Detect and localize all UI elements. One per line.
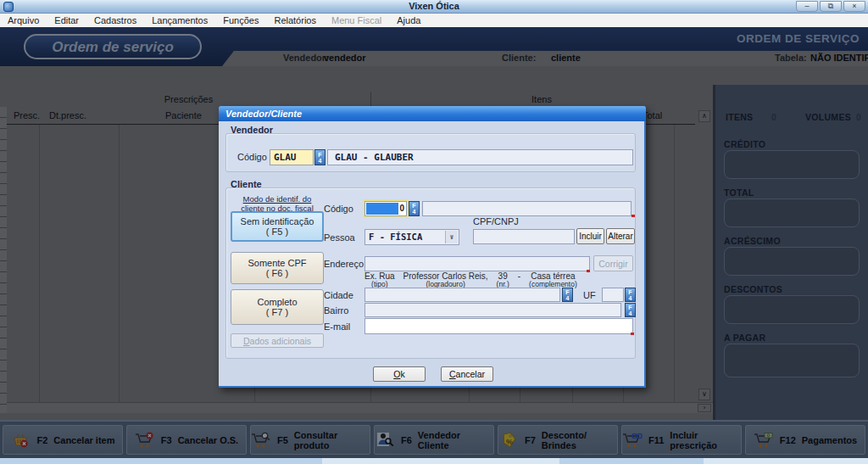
- menu-bar: Arquivo Editar Cadastros Lançamentos Fun…: [0, 14, 868, 27]
- minimize-button[interactable]: –: [796, 1, 818, 12]
- dados-adicionais-button: Dados adicionais: [231, 333, 324, 348]
- cliente-nome-field: [422, 201, 632, 216]
- cpf-cnpj-input[interactable]: [473, 229, 575, 244]
- cpf-cnpj-label: CPF/CNPJ: [473, 216, 519, 226]
- button-label: Dados adicionais: [243, 336, 311, 346]
- dialog-title-bar[interactable]: Vendedor/Cliente: [219, 106, 646, 121]
- menu-relatorios[interactable]: Relatórios: [266, 15, 324, 25]
- required-marker: [587, 270, 590, 272]
- vendedor-f4-lookup-button[interactable]: F4: [314, 149, 326, 165]
- cliente-codigo-f4-lookup-button[interactable]: F4: [409, 201, 420, 216]
- cliente-codigo-input[interactable]: 0: [364, 201, 407, 216]
- menu-lancamentos[interactable]: Lançamentos: [144, 15, 215, 25]
- window-title: Vixen Ótica: [0, 1, 868, 11]
- modo-identificacao-label: Modo de identif. do cliente no doc. fisc…: [231, 194, 324, 213]
- bairro-label: Bairro: [324, 305, 348, 316]
- cliente-codigo-label: Código: [324, 204, 353, 214]
- choice-key: ( F5 ): [266, 226, 288, 237]
- taskbar-strip: [0, 458, 868, 464]
- application-window: Vixen Ótica – ⧉ × Arquivo Editar Cadastr…: [0, 0, 868, 464]
- dialog-body: Vendedor Código GLAU F4 GLAU - GLAUBER C…: [219, 121, 643, 386]
- cidade-label: Cidade: [324, 290, 353, 300]
- cliente-codigo-value: 0: [399, 204, 404, 213]
- button-label: Incluir: [579, 232, 602, 241]
- taskbar-segment: [322, 458, 559, 464]
- somente-cpf-button[interactable]: Somente CPF ( F6 ): [231, 252, 324, 284]
- alterar-button[interactable]: Alterar: [606, 228, 635, 244]
- text-selection: [366, 203, 398, 215]
- taskbar-segment: [704, 458, 868, 464]
- pessoa-value: F - FÍSICA: [369, 232, 422, 242]
- chevron-down-icon[interactable]: ∨: [445, 231, 458, 243]
- menu-editar[interactable]: Editar: [47, 15, 86, 25]
- vendedor-codigo-label: Código: [237, 152, 267, 162]
- button-label: Alterar: [608, 232, 632, 241]
- menu-arquivo[interactable]: Arquivo: [0, 15, 47, 25]
- uf-label: UF: [583, 290, 596, 300]
- email-input[interactable]: [364, 318, 633, 334]
- button-label: Cancelar: [449, 369, 485, 379]
- button-label: Ok: [393, 369, 404, 379]
- choice-key: ( F6 ): [266, 268, 288, 278]
- uf-input[interactable]: [602, 288, 624, 302]
- vendedor-codigo-input[interactable]: GLAU: [270, 149, 314, 165]
- bairro-f4-lookup-button[interactable]: F4: [625, 303, 636, 317]
- vendedor-nome-field: GLAU - GLAUBER: [327, 149, 633, 165]
- cidade-f4-lookup-button[interactable]: F4: [562, 288, 573, 302]
- cidade-input[interactable]: [364, 288, 560, 302]
- pessoa-select[interactable]: F - FÍSICA ∨: [364, 229, 459, 245]
- ok-button[interactable]: Ok: [373, 366, 426, 382]
- corrigir-button: Corrigir: [593, 255, 633, 271]
- choice-label: Somente CPF: [248, 258, 306, 268]
- button-label: Corrigir: [598, 259, 627, 269]
- title-bar: Vixen Ótica – ⧉ ×: [0, 0, 868, 14]
- bairro-input[interactable]: [364, 303, 621, 317]
- endereco-label: Endereço: [324, 259, 364, 269]
- close-button[interactable]: ×: [843, 1, 865, 12]
- sem-identificacao-button[interactable]: Sem identificação ( F5 ): [231, 211, 324, 242]
- uf-f4-lookup-button[interactable]: F4: [625, 288, 636, 302]
- email-label: E-mail: [324, 321, 350, 332]
- choice-key: ( F7 ): [266, 307, 288, 317]
- choice-label: Sem identificação: [241, 216, 314, 226]
- menu-funcoes[interactable]: Funções: [215, 15, 266, 25]
- required-marker: [631, 333, 634, 335]
- completo-button[interactable]: Completo ( F7 ): [231, 289, 324, 325]
- endereco-hint: Ex. Rua(tipo) Professor Carlos Reis,(log…: [364, 272, 577, 288]
- cancelar-button[interactable]: Cancelar: [441, 366, 493, 382]
- menu-cadastros[interactable]: Cadastros: [86, 15, 144, 25]
- menu-ajuda[interactable]: Ajuda: [389, 15, 428, 25]
- required-marker: [632, 215, 635, 217]
- incluir-button[interactable]: Incluir: [576, 228, 604, 244]
- menu-menu-fiscal: Menu Fiscal: [324, 15, 389, 25]
- pessoa-label: Pessoa: [324, 232, 355, 243]
- restore-button[interactable]: ⧉: [820, 1, 842, 12]
- choice-label: Completo: [257, 297, 297, 307]
- endereco-input[interactable]: [364, 256, 590, 271]
- vendedor-cliente-dialog: Vendedor/Cliente Vendedor Código GLAU F4…: [219, 106, 646, 388]
